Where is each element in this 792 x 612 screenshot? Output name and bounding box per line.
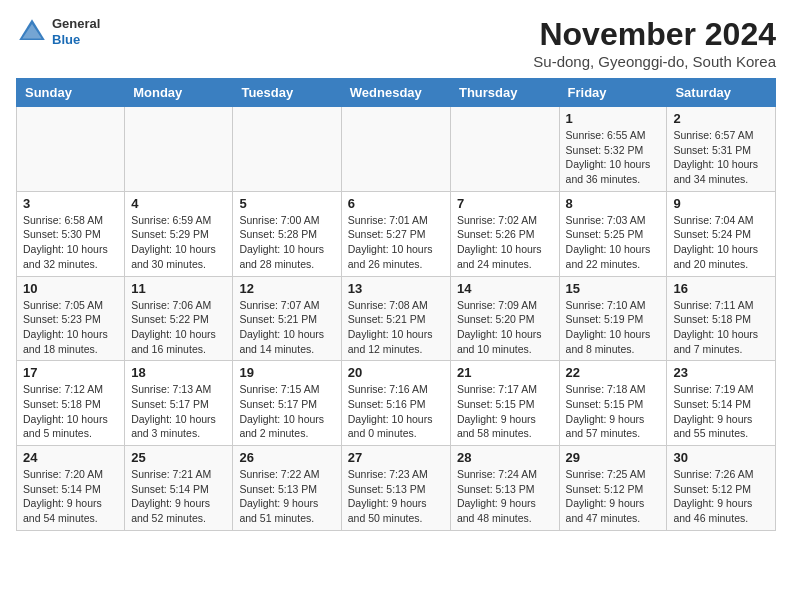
- day-number: 19: [239, 365, 334, 380]
- day-info: Sunrise: 7:05 AMSunset: 5:23 PMDaylight:…: [23, 298, 118, 357]
- day-number: 16: [673, 281, 769, 296]
- calendar-table: SundayMondayTuesdayWednesdayThursdayFrid…: [16, 78, 776, 531]
- calendar-cell: 30Sunrise: 7:26 AMSunset: 5:12 PMDayligh…: [667, 446, 776, 531]
- calendar-cell: 13Sunrise: 7:08 AMSunset: 5:21 PMDayligh…: [341, 276, 450, 361]
- calendar-cell: 26Sunrise: 7:22 AMSunset: 5:13 PMDayligh…: [233, 446, 341, 531]
- day-info: Sunrise: 6:57 AMSunset: 5:31 PMDaylight:…: [673, 128, 769, 187]
- title-block: November 2024 Su-dong, Gyeonggi-do, Sout…: [533, 16, 776, 70]
- day-number: 6: [348, 196, 444, 211]
- day-number: 10: [23, 281, 118, 296]
- page-title: November 2024: [533, 16, 776, 53]
- calendar-cell: 6Sunrise: 7:01 AMSunset: 5:27 PMDaylight…: [341, 191, 450, 276]
- calendar-cell: 10Sunrise: 7:05 AMSunset: 5:23 PMDayligh…: [17, 276, 125, 361]
- calendar-cell: 9Sunrise: 7:04 AMSunset: 5:24 PMDaylight…: [667, 191, 776, 276]
- day-number: 17: [23, 365, 118, 380]
- day-number: 12: [239, 281, 334, 296]
- calendar-cell: 23Sunrise: 7:19 AMSunset: 5:14 PMDayligh…: [667, 361, 776, 446]
- day-number: 20: [348, 365, 444, 380]
- day-info: Sunrise: 7:09 AMSunset: 5:20 PMDaylight:…: [457, 298, 553, 357]
- calendar-cell: 7Sunrise: 7:02 AMSunset: 5:26 PMDaylight…: [450, 191, 559, 276]
- calendar-week-5: 24Sunrise: 7:20 AMSunset: 5:14 PMDayligh…: [17, 446, 776, 531]
- calendar-cell: 16Sunrise: 7:11 AMSunset: 5:18 PMDayligh…: [667, 276, 776, 361]
- calendar-cell: 1Sunrise: 6:55 AMSunset: 5:32 PMDaylight…: [559, 107, 667, 192]
- day-info: Sunrise: 7:18 AMSunset: 5:15 PMDaylight:…: [566, 382, 661, 441]
- calendar-cell: 20Sunrise: 7:16 AMSunset: 5:16 PMDayligh…: [341, 361, 450, 446]
- calendar-cell: 3Sunrise: 6:58 AMSunset: 5:30 PMDaylight…: [17, 191, 125, 276]
- day-info: Sunrise: 7:23 AMSunset: 5:13 PMDaylight:…: [348, 467, 444, 526]
- day-info: Sunrise: 7:25 AMSunset: 5:12 PMDaylight:…: [566, 467, 661, 526]
- weekday-header-friday: Friday: [559, 79, 667, 107]
- day-info: Sunrise: 7:12 AMSunset: 5:18 PMDaylight:…: [23, 382, 118, 441]
- day-info: Sunrise: 6:59 AMSunset: 5:29 PMDaylight:…: [131, 213, 226, 272]
- day-info: Sunrise: 7:00 AMSunset: 5:28 PMDaylight:…: [239, 213, 334, 272]
- calendar-cell: 17Sunrise: 7:12 AMSunset: 5:18 PMDayligh…: [17, 361, 125, 446]
- calendar-week-3: 10Sunrise: 7:05 AMSunset: 5:23 PMDayligh…: [17, 276, 776, 361]
- day-number: 21: [457, 365, 553, 380]
- calendar-cell: 5Sunrise: 7:00 AMSunset: 5:28 PMDaylight…: [233, 191, 341, 276]
- calendar-cell: 28Sunrise: 7:24 AMSunset: 5:13 PMDayligh…: [450, 446, 559, 531]
- calendar-cell: 11Sunrise: 7:06 AMSunset: 5:22 PMDayligh…: [125, 276, 233, 361]
- calendar-week-1: 1Sunrise: 6:55 AMSunset: 5:32 PMDaylight…: [17, 107, 776, 192]
- calendar-week-4: 17Sunrise: 7:12 AMSunset: 5:18 PMDayligh…: [17, 361, 776, 446]
- day-number: 3: [23, 196, 118, 211]
- day-number: 9: [673, 196, 769, 211]
- day-info: Sunrise: 7:02 AMSunset: 5:26 PMDaylight:…: [457, 213, 553, 272]
- calendar-cell: 21Sunrise: 7:17 AMSunset: 5:15 PMDayligh…: [450, 361, 559, 446]
- day-info: Sunrise: 7:06 AMSunset: 5:22 PMDaylight:…: [131, 298, 226, 357]
- day-number: 7: [457, 196, 553, 211]
- day-info: Sunrise: 7:19 AMSunset: 5:14 PMDaylight:…: [673, 382, 769, 441]
- day-number: 22: [566, 365, 661, 380]
- day-info: Sunrise: 7:10 AMSunset: 5:19 PMDaylight:…: [566, 298, 661, 357]
- day-number: 30: [673, 450, 769, 465]
- day-info: Sunrise: 7:21 AMSunset: 5:14 PMDaylight:…: [131, 467, 226, 526]
- calendar-header: SundayMondayTuesdayWednesdayThursdayFrid…: [17, 79, 776, 107]
- calendar-cell: 22Sunrise: 7:18 AMSunset: 5:15 PMDayligh…: [559, 361, 667, 446]
- day-number: 18: [131, 365, 226, 380]
- day-number: 8: [566, 196, 661, 211]
- logo-text: General Blue: [52, 16, 100, 47]
- day-info: Sunrise: 7:01 AMSunset: 5:27 PMDaylight:…: [348, 213, 444, 272]
- day-number: 4: [131, 196, 226, 211]
- weekday-header-tuesday: Tuesday: [233, 79, 341, 107]
- day-info: Sunrise: 7:26 AMSunset: 5:12 PMDaylight:…: [673, 467, 769, 526]
- day-info: Sunrise: 7:17 AMSunset: 5:15 PMDaylight:…: [457, 382, 553, 441]
- calendar-cell: 15Sunrise: 7:10 AMSunset: 5:19 PMDayligh…: [559, 276, 667, 361]
- day-number: 28: [457, 450, 553, 465]
- day-info: Sunrise: 7:22 AMSunset: 5:13 PMDaylight:…: [239, 467, 334, 526]
- day-info: Sunrise: 7:20 AMSunset: 5:14 PMDaylight:…: [23, 467, 118, 526]
- calendar-cell: 19Sunrise: 7:15 AMSunset: 5:17 PMDayligh…: [233, 361, 341, 446]
- calendar-cell: [450, 107, 559, 192]
- calendar-cell: 14Sunrise: 7:09 AMSunset: 5:20 PMDayligh…: [450, 276, 559, 361]
- day-info: Sunrise: 6:55 AMSunset: 5:32 PMDaylight:…: [566, 128, 661, 187]
- weekday-header-sunday: Sunday: [17, 79, 125, 107]
- day-number: 1: [566, 111, 661, 126]
- day-info: Sunrise: 7:03 AMSunset: 5:25 PMDaylight:…: [566, 213, 661, 272]
- day-info: Sunrise: 7:16 AMSunset: 5:16 PMDaylight:…: [348, 382, 444, 441]
- day-info: Sunrise: 7:15 AMSunset: 5:17 PMDaylight:…: [239, 382, 334, 441]
- day-info: Sunrise: 7:08 AMSunset: 5:21 PMDaylight:…: [348, 298, 444, 357]
- weekday-header-monday: Monday: [125, 79, 233, 107]
- calendar-cell: 27Sunrise: 7:23 AMSunset: 5:13 PMDayligh…: [341, 446, 450, 531]
- day-info: Sunrise: 7:11 AMSunset: 5:18 PMDaylight:…: [673, 298, 769, 357]
- calendar-cell: [341, 107, 450, 192]
- page-subtitle: Su-dong, Gyeonggi-do, South Korea: [533, 53, 776, 70]
- calendar-cell: 4Sunrise: 6:59 AMSunset: 5:29 PMDaylight…: [125, 191, 233, 276]
- logo-icon: [16, 16, 48, 48]
- day-number: 26: [239, 450, 334, 465]
- page-header: General Blue November 2024 Su-dong, Gyeo…: [16, 16, 776, 70]
- day-number: 2: [673, 111, 769, 126]
- calendar-cell: [233, 107, 341, 192]
- calendar-body: 1Sunrise: 6:55 AMSunset: 5:32 PMDaylight…: [17, 107, 776, 531]
- day-info: Sunrise: 7:07 AMSunset: 5:21 PMDaylight:…: [239, 298, 334, 357]
- calendar-cell: 29Sunrise: 7:25 AMSunset: 5:12 PMDayligh…: [559, 446, 667, 531]
- calendar-cell: [125, 107, 233, 192]
- calendar-week-2: 3Sunrise: 6:58 AMSunset: 5:30 PMDaylight…: [17, 191, 776, 276]
- day-info: Sunrise: 7:13 AMSunset: 5:17 PMDaylight:…: [131, 382, 226, 441]
- calendar-cell: 2Sunrise: 6:57 AMSunset: 5:31 PMDaylight…: [667, 107, 776, 192]
- calendar-cell: 18Sunrise: 7:13 AMSunset: 5:17 PMDayligh…: [125, 361, 233, 446]
- day-number: 25: [131, 450, 226, 465]
- day-number: 23: [673, 365, 769, 380]
- calendar-cell: 25Sunrise: 7:21 AMSunset: 5:14 PMDayligh…: [125, 446, 233, 531]
- day-number: 5: [239, 196, 334, 211]
- day-number: 14: [457, 281, 553, 296]
